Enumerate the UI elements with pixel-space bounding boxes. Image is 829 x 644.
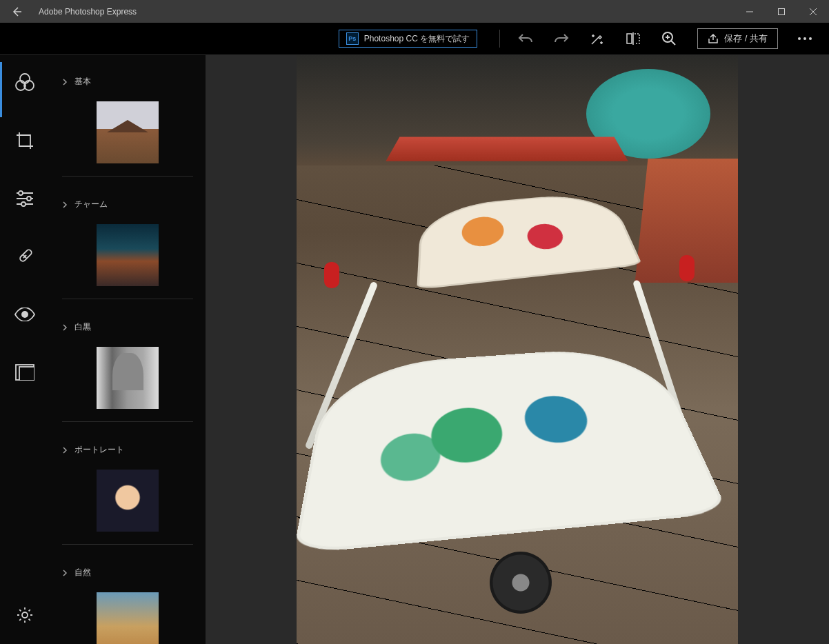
more-button[interactable] [789, 26, 821, 52]
auto-enhance-button[interactable] [581, 26, 613, 52]
category-header-portrait[interactable]: ポートレート [50, 439, 206, 461]
flip-button[interactable] [617, 26, 649, 52]
photoshop-promo-label: Photoshop CC を無料で試す [364, 33, 470, 45]
category-header-basic[interactable]: 基本 [50, 70, 206, 93]
maximize-icon [778, 8, 785, 15]
svg-point-16 [22, 612, 28, 618]
looks-icon [14, 72, 35, 93]
titlebar: Adobe Photoshop Express [0, 0, 829, 23]
rail-border[interactable] [0, 357, 50, 388]
back-button[interactable] [3, 0, 30, 23]
border-icon [15, 364, 34, 381]
separator [62, 299, 193, 299]
thumb-nature[interactable] [97, 592, 159, 644]
category-label: 基本 [74, 76, 91, 88]
category-header-nature[interactable]: 自然 [50, 561, 206, 584]
auto-enhance-icon [590, 31, 605, 46]
svg-point-10 [27, 197, 31, 201]
close-button[interactable] [797, 0, 829, 23]
canvas-area[interactable] [206, 55, 829, 644]
thumb-portrait[interactable] [97, 470, 159, 532]
redo-button[interactable] [546, 26, 577, 52]
rail-looks[interactable] [0, 68, 50, 98]
gear-icon [16, 606, 34, 624]
main-toolbar: Ps Photoshop CC を無料で試す 保存 / 共有 [0, 23, 829, 55]
photoshop-cc-promo[interactable]: Ps Photoshop CC を無料で試す [339, 30, 477, 48]
svg-rect-0 [779, 8, 785, 14]
window-controls [734, 0, 829, 23]
separator [62, 544, 193, 545]
undo-button[interactable] [510, 26, 541, 52]
more-icon [798, 37, 812, 40]
zoom-button[interactable] [653, 26, 685, 52]
photoshop-badge: Ps [346, 32, 359, 45]
chevron-right-icon [62, 201, 68, 208]
category-nature: 自然 [50, 554, 206, 644]
heal-icon [15, 247, 34, 266]
separator [499, 30, 500, 48]
app-title: Adobe Photoshop Express [39, 7, 137, 17]
category-basic: 基本 [50, 63, 206, 186]
chevron-right-icon [62, 570, 68, 576]
tool-rail [0, 55, 50, 644]
svg-rect-15 [19, 367, 34, 381]
svg-point-3 [798, 37, 801, 40]
redo-icon [553, 32, 570, 46]
share-icon [708, 33, 719, 44]
rail-heal[interactable] [0, 241, 50, 272]
looks-panel: 基本 チャーム 白黒 ポートレート [50, 55, 206, 644]
svg-point-5 [809, 37, 812, 40]
chevron-right-icon [62, 79, 68, 85]
chevron-right-icon [62, 324, 68, 331]
svg-point-9 [19, 191, 23, 195]
chevron-right-icon [62, 447, 68, 454]
crop-icon [15, 131, 34, 150]
close-icon [810, 8, 817, 15]
category-bw: 白黒 [50, 309, 206, 432]
rail-crop[interactable] [0, 125, 50, 156]
category-label: チャーム [74, 199, 108, 210]
minimize-button[interactable] [734, 0, 766, 23]
thumb-bw[interactable] [97, 347, 159, 409]
category-label: ポートレート [74, 444, 124, 456]
save-share-label: 保存 / 共有 [724, 32, 768, 45]
category-label: 自然 [74, 567, 91, 578]
category-charm: チャーム [50, 186, 206, 309]
maximize-button[interactable] [766, 0, 797, 23]
category-header-charm[interactable]: チャーム [50, 193, 206, 216]
separator [62, 176, 193, 177]
svg-point-4 [803, 37, 806, 40]
svg-point-11 [21, 202, 26, 206]
content-area: 基本 チャーム 白黒 ポートレート [0, 55, 829, 644]
svg-point-13 [21, 311, 28, 318]
rail-settings[interactable] [0, 600, 50, 630]
category-header-bw[interactable]: 白黒 [50, 316, 206, 339]
undo-icon [517, 32, 534, 46]
eye-icon [14, 308, 35, 321]
category-label: 白黒 [74, 321, 91, 333]
edited-photo [297, 55, 738, 644]
flip-icon [626, 31, 641, 46]
svg-rect-1 [627, 34, 632, 43]
back-arrow-icon [10, 6, 23, 18]
rail-adjust[interactable] [0, 183, 50, 214]
category-portrait: ポートレート [50, 432, 206, 554]
minimize-icon [746, 8, 753, 15]
sliders-icon [15, 190, 34, 207]
save-share-button[interactable]: 保存 / 共有 [697, 28, 778, 49]
zoom-icon [661, 31, 677, 46]
thumb-basic[interactable] [97, 101, 159, 163]
thumb-charm[interactable] [97, 224, 159, 286]
separator [62, 421, 193, 422]
rail-redeye[interactable] [0, 299, 50, 330]
